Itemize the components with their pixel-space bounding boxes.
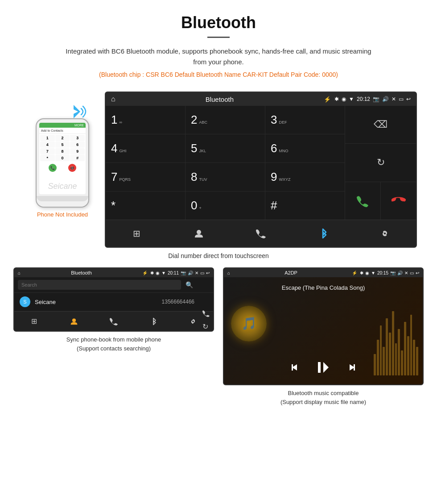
play-pause-button[interactable] <box>316 360 330 377</box>
contact-row-seicane[interactable]: S Seicane 13566664466 <box>14 293 200 311</box>
pb-call-icon[interactable] <box>202 310 210 319</box>
dial-row-2: 4GHI 5JKL 6MNO <box>106 134 345 163</box>
call-red-button[interactable] <box>381 182 416 220</box>
bluetooth-signal-icon <box>65 100 91 126</box>
dial-grid: 1∞ 2ABC 3DEF 4GHI 5JKL <box>106 106 345 220</box>
back-icon[interactable]: ↩ <box>406 96 411 102</box>
contacts-button[interactable] <box>168 225 230 242</box>
home-icon[interactable]: ⌂ <box>111 95 115 103</box>
status-icons: ✱ ◉ ▼ 20:12 📷 🔊 ✕ ▭ ↩ <box>334 96 411 102</box>
dial-row-4: * 0+ # <box>106 192 345 220</box>
svg-point-1 <box>72 318 76 322</box>
dial-key-hash[interactable]: # <box>265 192 345 220</box>
dial-key-2[interactable]: 2ABC <box>186 106 265 134</box>
svg-rect-3 <box>292 364 293 371</box>
pb-refresh-icon[interactable]: ↻ <box>202 322 210 331</box>
music-visualizer <box>374 304 418 375</box>
dial-key-8[interactable]: 8TUV <box>186 163 265 191</box>
music-status-icons: ✱ ◉ ▼ 20:15 📷 🔊 ✕ ▭ ↩ <box>360 271 419 275</box>
link-button[interactable] <box>354 225 416 242</box>
page-description: Integrated with BC6 Bluetooth module, su… <box>62 46 375 67</box>
phonebook-block: ⌂ Bluetooth ⚡ ✱ ◉ ▼ 20:11 📷 🔊 ✕ ▭ ↩ <box>13 267 214 406</box>
svg-rect-5 <box>318 362 321 373</box>
phone-call-red: 📵 <box>68 164 76 172</box>
dial-caption: Dial number direct from touchscreen <box>0 252 437 259</box>
bottom-screens: ⌂ Bluetooth ⚡ ✱ ◉ ▼ 20:11 📷 🔊 ✕ ▭ ↩ <box>0 267 437 406</box>
main-content-area: MORE Add to Contacts 1 2 3 4 5 6 7 8 9 *… <box>0 92 437 248</box>
contact-avatar: S <box>20 296 30 307</box>
dial-key-9[interactable]: 9WXYZ <box>265 163 345 191</box>
dial-key-3[interactable]: 3DEF <box>265 106 345 134</box>
pb-home-icon[interactable]: ⌂ <box>18 271 21 275</box>
phonebook-caption: Sync phone-book from mobile phone (Suppo… <box>13 335 214 353</box>
signal-icon: ▼ <box>349 96 354 102</box>
location-icon: ◉ <box>342 96 346 102</box>
bluetooth-button[interactable] <box>292 225 354 242</box>
prev-button[interactable] <box>291 362 303 376</box>
search-icon[interactable]: 🔍 <box>186 281 193 288</box>
dial-key-0[interactable]: 0+ <box>186 192 265 220</box>
phone-call-green: 📞 <box>49 164 57 172</box>
dial-row-3: 7PQRS 8TUV 9WXYZ <box>106 163 345 192</box>
pb-status-bar: ⌂ Bluetooth ⚡ ✱ ◉ ▼ 20:11 📷 🔊 ✕ ▭ ↩ <box>14 268 213 277</box>
pb-usb-icon: ⚡ <box>142 271 148 275</box>
next-button[interactable] <box>344 362 355 376</box>
phonebook-content: S Seicane 13566664466 ↻ <box>14 293 213 311</box>
refresh-cell[interactable]: ↻ <box>345 144 416 182</box>
pb-grid-btn[interactable]: ⊞ <box>14 314 54 328</box>
dial-key-6[interactable]: 6MNO <box>265 134 345 162</box>
music-block: ⌂ A2DP ⚡ ✱ ◉ ▼ 20:15 📷 🔊 ✕ ▭ ↩ Escape (T… <box>223 267 424 406</box>
dial-key-4[interactable]: 4GHI <box>106 134 186 162</box>
pb-bottom-bar: ⊞ <box>14 311 213 331</box>
phone-call-row: 📞 📵 <box>39 162 86 174</box>
pb-bt-btn[interactable] <box>134 314 173 328</box>
page-title: Bluetooth <box>9 13 428 32</box>
music-home-icon[interactable]: ⌂ <box>227 271 230 275</box>
app-name-label: Bluetooth <box>119 96 320 103</box>
music-caption: Bluetooth music compatible (Support disp… <box>223 389 424 406</box>
bt-status-icon: ✱ <box>334 96 339 102</box>
dial-key-5[interactable]: 5JKL <box>186 134 265 162</box>
phone-mockup-area: MORE Add to Contacts 1 2 3 4 5 6 7 8 9 *… <box>20 92 105 218</box>
pb-status-icons: ✱ ◉ ▼ 20:11 📷 🔊 ✕ ▭ ↩ <box>150 271 210 275</box>
music-song-title: Escape (The Pina Colada Song) <box>282 284 365 291</box>
music-controls <box>291 360 355 377</box>
phone-screen: MORE Add to Contacts 1 2 3 4 5 6 7 8 9 *… <box>39 123 86 194</box>
music-usb-icon: ⚡ <box>352 271 357 275</box>
title-divider <box>207 37 230 38</box>
close-icon[interactable]: ✕ <box>392 96 396 102</box>
backspace-cell[interactable]: ⌫ <box>345 106 416 144</box>
contact-number: 13566664466 <box>162 299 194 305</box>
svg-marker-4 <box>323 362 329 373</box>
bt-specs: (Bluetooth chip : CSR BC6 Default Blueto… <box>9 71 428 78</box>
usb-icon: ⚡ <box>324 96 331 103</box>
volume-icon: 🔊 <box>382 96 389 102</box>
car-status-bar: ⌂ Bluetooth ⚡ ✱ ◉ ▼ 20:12 📷 🔊 ✕ ▭ ↩ <box>106 92 416 106</box>
dial-row-1: 1∞ 2ABC 3DEF <box>106 106 345 134</box>
main-car-screen: ⌂ Bluetooth ⚡ ✱ ◉ ▼ 20:12 📷 🔊 ✕ ▭ ↩ <box>105 92 417 248</box>
dial-key-star[interactable]: * <box>106 192 186 220</box>
pb-phone-btn[interactable] <box>94 314 133 328</box>
phone-add-contacts: Add to Contacts <box>39 128 86 134</box>
minimize-icon[interactable]: ▭ <box>399 96 404 102</box>
phone-button[interactable] <box>230 225 292 242</box>
svg-rect-7 <box>354 364 355 371</box>
phone-dial-grid: 1 2 3 4 5 6 7 8 9 * 0 # <box>39 134 86 162</box>
dial-right-panel: ⌫ ↻ <box>345 106 416 220</box>
dial-key-1[interactable]: 1∞ <box>106 106 186 134</box>
phonebook-search-input[interactable] <box>18 280 181 290</box>
music-app-name: A2DP <box>233 270 349 275</box>
phone-body: MORE Add to Contacts 1 2 3 4 5 6 7 8 9 *… <box>36 118 89 208</box>
svg-point-0 <box>197 230 201 234</box>
pb-contacts-btn[interactable] <box>54 314 94 328</box>
pb-contacts-list: S Seicane 13566664466 <box>14 293 213 311</box>
phonebook-screen: ⌂ Bluetooth ⚡ ✱ ◉ ▼ 20:11 📷 🔊 ✕ ▭ ↩ <box>13 267 214 332</box>
page-header: Bluetooth Integrated with BC6 Bluetooth … <box>0 0 437 92</box>
car-dial-area: 1∞ 2ABC 3DEF 4GHI 5JKL <box>106 106 416 220</box>
grid-button[interactable]: ⊞ <box>106 225 168 242</box>
dial-key-7[interactable]: 7PQRS <box>106 163 186 191</box>
car-bottom-bar: ⊞ <box>106 220 416 247</box>
call-green-button[interactable] <box>345 182 381 220</box>
phone-bottom <box>37 196 88 201</box>
refresh-icon: ↻ <box>377 157 385 168</box>
